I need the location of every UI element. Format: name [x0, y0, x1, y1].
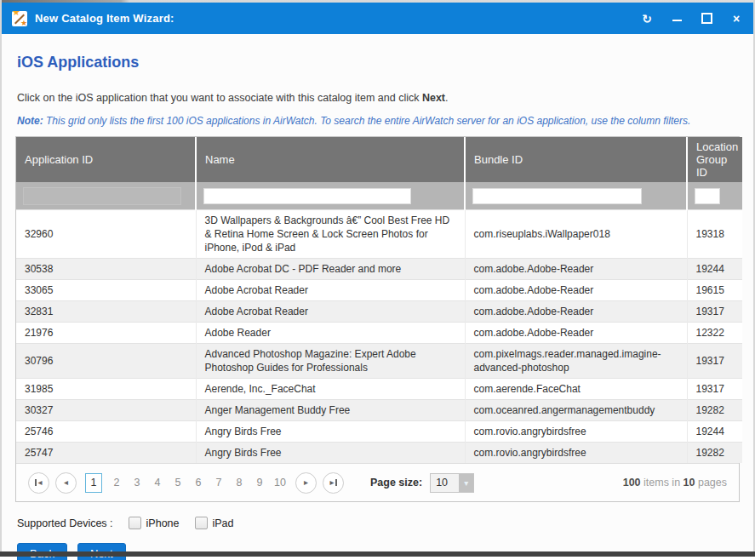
supported-devices-row: Supported Devices : iPhone iPad — [17, 517, 740, 529]
name-filter-input[interactable] — [203, 188, 411, 204]
page-size-label: Page size: — [370, 477, 422, 489]
table-row[interactable]: 25747Angry Birds Freecom.rovio.angrybird… — [16, 443, 742, 464]
pager-bar: ◂ ◂ 1 2 3 4 5 6 7 8 9 10 ▸ ▸ Page size: … — [16, 463, 739, 501]
note-text: Note: This grid only lists the first 100… — [17, 115, 740, 127]
supported-devices-label: Supported Devices : — [17, 517, 113, 529]
page-size-dropdown[interactable]: 10 ▾ — [430, 473, 474, 493]
wizard-app-icon: ★ ★ — [12, 11, 27, 26]
table-row[interactable]: 25746Angry Birds Freecom.rovio.angrybird… — [16, 421, 742, 443]
iphone-checkbox[interactable] — [129, 517, 141, 529]
page-number-7[interactable]: 7 — [211, 477, 226, 489]
page-number-1[interactable]: 1 — [85, 473, 102, 493]
maximize-icon[interactable] — [700, 12, 713, 26]
page-title: iOS Applications — [17, 54, 740, 71]
table-row[interactable]: 30796Advanced Photoshop Magazine: Expert… — [16, 344, 742, 379]
minimize-icon[interactable] — [670, 12, 684, 26]
prev-page-icon[interactable]: ◂ — [55, 472, 77, 494]
table-row[interactable]: 32831Adobe Acrobat Readercom.adobe.Adobe… — [16, 301, 742, 323]
page-number-5[interactable]: 5 — [170, 477, 186, 489]
window-title: New Catalog Item Wizard: — [35, 12, 174, 25]
column-header-application-id[interactable]: Application ID — [16, 137, 196, 182]
table-row[interactable]: 30538Adobe Acrobat DC - PDF Reader and m… — [16, 259, 742, 280]
table-row[interactable]: 31985Aerende, Inc._FaceChatcom.aerende.F… — [16, 379, 742, 400]
close-icon[interactable]: × — [729, 12, 743, 26]
table-row[interactable]: 329603D Wallpapers & Backgrounds â€” Coo… — [16, 210, 742, 259]
page-number-3[interactable]: 3 — [129, 477, 145, 489]
refresh-icon[interactable]: ↻ — [640, 12, 654, 26]
items-summary: 100 items in 10 pages — [623, 477, 727, 489]
column-header-bundle-id[interactable]: Bundle ID — [465, 137, 687, 182]
application-id-filter — [23, 187, 181, 205]
last-page-icon[interactable]: ▸ — [323, 472, 344, 494]
dropdown-arrow-icon[interactable]: ▾ — [459, 474, 473, 492]
table-row[interactable]: 30327Anger Management Buddy Freecom.ocea… — [16, 400, 742, 421]
wizard-content: iOS Applications Click on the iOS applic… — [2, 54, 753, 502]
first-page-icon[interactable]: ◂ — [28, 472, 49, 494]
page-number-4[interactable]: 4 — [150, 477, 165, 489]
titlebar[interactable]: ★ ★ New Catalog Item Wizard: ↻ × — [2, 3, 753, 34]
page-number-9[interactable]: 9 — [252, 477, 267, 489]
column-header-location-group-id[interactable]: Location Group ID — [687, 137, 742, 182]
page-size-value: 10 — [431, 474, 459, 492]
page-number-8[interactable]: 8 — [232, 477, 247, 489]
window-bottom-edge — [0, 551, 755, 557]
bundle-id-filter-input[interactable] — [472, 188, 642, 204]
ipad-checkbox-label[interactable]: iPad — [213, 517, 234, 529]
ipad-checkbox[interactable] — [195, 517, 208, 529]
page-number-6[interactable]: 6 — [191, 477, 206, 489]
iphone-checkbox-label[interactable]: iPhone — [146, 517, 180, 529]
location-group-id-filter-input[interactable] — [695, 188, 720, 204]
table-row[interactable]: 33065Adobe Acrobat Readercom.adobe.Adobe… — [16, 280, 742, 301]
table-row[interactable]: 21976Adobe Readercom.adobe.Adobe-Reader1… — [16, 323, 742, 344]
applications-grid: Application ID Name Bundle ID Location G… — [15, 136, 740, 502]
page-number-2[interactable]: 2 — [109, 477, 124, 489]
grid-filter-row — [16, 182, 742, 210]
column-header-name[interactable]: Name — [196, 137, 465, 182]
instruction-text: Click on the iOS application that you wa… — [17, 92, 740, 104]
grid-header-row: Application ID Name Bundle ID Location G… — [16, 137, 742, 182]
window-controls: ↻ × — [640, 12, 743, 26]
wizard-window: ★ ★ New Catalog Item Wizard: ↻ × iOS App… — [0, 0, 755, 553]
next-page-icon[interactable]: ▸ — [295, 472, 317, 494]
page-number-10[interactable]: 10 — [272, 477, 288, 489]
